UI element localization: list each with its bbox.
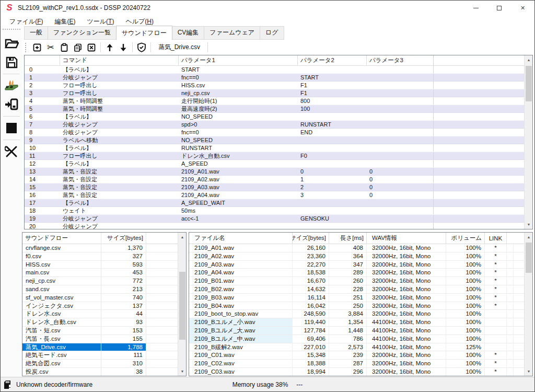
scroll-down-icon[interactable]: ▼ xyxy=(178,367,187,376)
scroll-down-icon[interactable]: ▼ xyxy=(525,367,533,376)
table-row[interactable]: 2109_A01.wav26,16040832000Hz, 16bit, Mon… xyxy=(189,244,524,252)
table-row[interactable]: 13蒸気・音設定2109_A01.wav00 xyxy=(25,168,524,176)
table-row[interactable]: 8分岐ジャンプfnc==0END xyxy=(25,129,524,136)
maximize-button[interactable] xyxy=(487,1,511,15)
table-row[interactable]: crvflange.csv1,370 xyxy=(22,244,178,252)
add-row-button[interactable] xyxy=(30,41,44,53)
scroll-up-icon[interactable]: ▲ xyxy=(178,233,187,241)
table-row[interactable]: 2109_Bユルメ_小.wav119,4401,35444100Hz, 16bi… xyxy=(189,318,524,327)
table-row[interactable]: ドレン水.csv44 xyxy=(22,310,178,318)
header-flow-size[interactable]: サイズ[bytes] xyxy=(101,233,146,244)
table-row[interactable]: 2109_B02.wav14,63222832000Hz, 16bit, Mon… xyxy=(189,285,524,294)
table-row[interactable]: 2109_A03.wav22,27034732000Hz, 16bit, Mon… xyxy=(189,261,524,269)
table-row[interactable]: sand.csv213 xyxy=(22,285,178,294)
table-row[interactable]: 2109_C03.wav18,99429632000Hz, 16bit, Mon… xyxy=(189,368,524,376)
table-row[interactable]: 蒸気_Drive.csv1,788 xyxy=(22,343,178,352)
header-wav-info[interactable]: WAV情報 xyxy=(367,233,446,244)
stop-button[interactable] xyxy=(3,120,20,136)
table-row[interactable]: 2109_B01.wav16,67026032000Hz, 16bit, Mon… xyxy=(189,277,524,285)
table-row[interactable]: 16蒸気・音設定2109_A04.wav30 xyxy=(25,191,524,199)
header-link[interactable]: LINK xyxy=(485,233,507,244)
table-row[interactable]: 2109_C01.wav15,34823932000Hz, 16bit, Mon… xyxy=(189,351,524,360)
table-row[interactable]: neji_cp.csv772 xyxy=(22,277,178,285)
table-row[interactable]: 20分岐ジャンプ xyxy=(25,223,524,229)
header-param3[interactable]: パラメータ3 xyxy=(367,55,434,66)
tab-cv-edit[interactable]: CV編集 xyxy=(172,26,205,40)
write-device-button[interactable] xyxy=(3,96,20,113)
verify-button[interactable] xyxy=(135,41,148,53)
scroll-up-icon[interactable]: ▲ xyxy=(525,55,533,64)
table-row[interactable]: 14蒸気・音設定2109_A02.wav10 xyxy=(25,176,524,183)
header-param2[interactable]: パラメータ2 xyxy=(298,55,367,66)
burn-firmware-button[interactable] xyxy=(3,77,20,94)
table-row[interactable]: 10【ラベル】RUNSTART xyxy=(25,144,524,152)
table-row[interactable]: f0.csv327 xyxy=(22,252,178,261)
table-row[interactable]: 2109_Bユルメ_大.wav127,7841,44844100Hz, 16bi… xyxy=(189,327,524,335)
table-row[interactable]: ドレン水_自動.csv93 xyxy=(22,318,178,327)
table-row[interactable]: 2109_A02.wav23,36036432000Hz, 16bit, Mon… xyxy=(189,252,524,261)
scroll-up-icon[interactable]: ▲ xyxy=(525,233,533,241)
table-row[interactable]: 3フロー呼出しneji_cp.csvF1 xyxy=(25,89,524,97)
table-row[interactable]: 2109_A04.wav18,53828932000Hz, 16bit, Mon… xyxy=(189,269,524,277)
move-down-button[interactable] xyxy=(117,41,130,53)
tab-log[interactable]: ログ xyxy=(260,26,284,40)
table-row[interactable]: 4蒸気・時間調整走行開始時(1)800 xyxy=(25,97,524,105)
table-row[interactable]: HISS.csv593 xyxy=(22,261,178,269)
table-row[interactable]: 12【ラベル】A_SPEED xyxy=(25,160,524,168)
table-row[interactable]: 1分岐ジャンプfnc==0START xyxy=(25,74,524,82)
table-row[interactable]: 絶気モード.csv111 xyxy=(22,351,178,360)
tab-firmware[interactable]: ファームウェア xyxy=(204,26,260,40)
table-row[interactable]: 18ウェイト50ms xyxy=(25,207,524,215)
table-row[interactable]: 0【ラベル】START xyxy=(25,66,524,74)
table-row[interactable]: 2109_B03.wav16,11425132000Hz, 16bit, Mon… xyxy=(189,294,524,302)
table-row[interactable]: 2109_B緩解2.wav227,0102,57344100Hz, 16bit,… xyxy=(189,343,524,352)
table-row[interactable]: 7分岐ジャンプspd>0RUNSTART xyxy=(25,121,524,129)
header-length[interactable]: 長さ[ms] xyxy=(329,233,367,244)
delete-row-button[interactable] xyxy=(85,41,98,53)
save-file-button[interactable] xyxy=(3,54,20,71)
table-row[interactable]: 2109_B04.wav16,04225032000Hz, 16bit, Mon… xyxy=(189,302,524,310)
table-row[interactable]: 2109_C02.wav18,38828732000Hz, 16bit, Mon… xyxy=(189,360,524,368)
header-flow-name[interactable]: サウンドフロー xyxy=(22,233,101,244)
header-file-name[interactable]: ファイル名 xyxy=(189,233,293,244)
tab-function-list[interactable]: ファンクション一覧 xyxy=(48,26,117,40)
table-row[interactable]: 2109_Bユルメ_中.wav69,40678644100Hz, 16bit, … xyxy=(189,335,524,343)
table-row[interactable]: main.csv453 xyxy=(22,269,178,277)
header-command[interactable]: コマンド xyxy=(60,55,179,66)
cut-button[interactable]: ✂ xyxy=(44,41,57,53)
flow-list-scrollbar[interactable]: ▲ ▼ xyxy=(178,233,186,376)
header-row-number[interactable] xyxy=(25,55,60,66)
tab-general[interactable]: 一般 xyxy=(24,26,48,40)
tab-sound-flow[interactable]: サウンドフロー xyxy=(116,26,172,40)
paste-button[interactable] xyxy=(57,41,71,53)
sidebar-grip[interactable] xyxy=(3,29,20,32)
table-row[interactable]: 絶気合図.csv310 xyxy=(22,360,178,368)
table-row[interactable]: 9ラベルへ移動NO_SPEED xyxy=(25,136,524,144)
table-row[interactable]: 投炭.csv38 xyxy=(22,368,178,376)
scrollbar-thumb[interactable] xyxy=(179,272,185,340)
close-button[interactable]: ✕ xyxy=(511,1,534,15)
move-up-button[interactable] xyxy=(103,41,117,53)
scrollbar-thumb[interactable] xyxy=(526,243,532,273)
scrollbar-thumb[interactable] xyxy=(526,66,532,101)
table-row[interactable]: インジェクタ.csv137 xyxy=(22,302,178,310)
scroll-down-icon[interactable]: ▼ xyxy=(525,220,533,229)
tools-button[interactable] xyxy=(3,143,20,160)
flow-table-scrollbar[interactable]: ▲ ▼ xyxy=(524,55,532,229)
table-row[interactable]: 15蒸気・音設定2109_A03.wav20 xyxy=(25,183,524,191)
open-file-button[interactable] xyxy=(3,35,20,52)
file-list-scrollbar[interactable]: ▲ ▼ xyxy=(524,233,532,376)
table-row[interactable]: 11フロー呼出しドレン水_自動.csvF0 xyxy=(25,152,524,160)
table-row[interactable]: sf_vol_master.csv740 xyxy=(22,294,178,302)
header-file-size[interactable]: サイズ[bytes] xyxy=(293,233,329,244)
minimize-button[interactable] xyxy=(464,1,487,15)
toolbar-grip[interactable] xyxy=(25,43,27,52)
copy-button[interactable] xyxy=(71,41,85,53)
table-row[interactable]: 2フロー呼出しHISS.csvF1 xyxy=(25,82,524,89)
table-row[interactable]: 19分岐ジャンプacc<-1GENSOKU xyxy=(25,215,524,223)
table-row[interactable]: 5蒸気・時間調整最高速度時(2)100 xyxy=(25,105,524,113)
header-volume[interactable]: ボリューム xyxy=(446,233,485,244)
table-row[interactable]: 汽笛・短.csv153 xyxy=(22,327,178,335)
table-row[interactable]: 2109_boot_to_stop.wav248,5903,88432000Hz… xyxy=(189,310,524,318)
table-row[interactable]: 17【ラベル】A_SPEED_WAIT xyxy=(25,199,524,207)
